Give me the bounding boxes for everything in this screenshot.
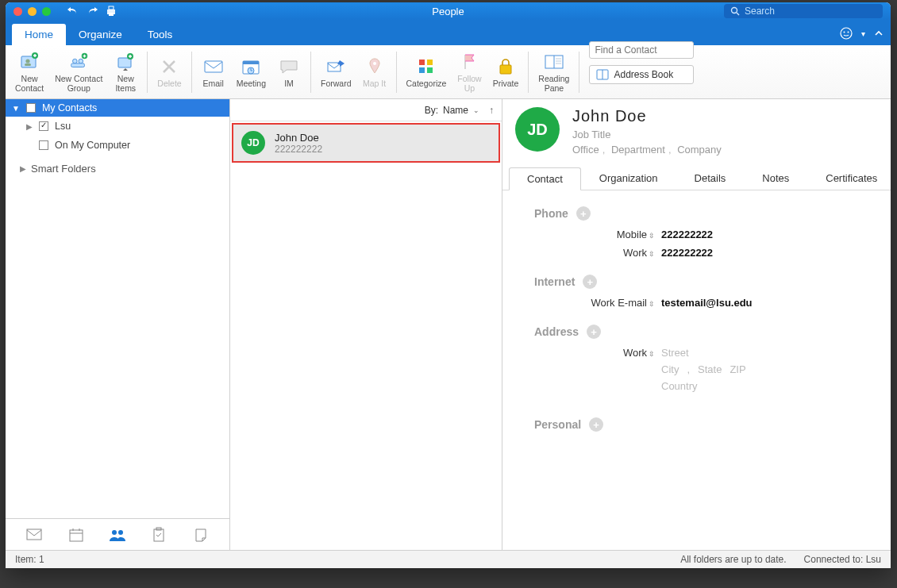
contact-list-item[interactable]: JD John Doe 222222222: [232, 123, 500, 163]
svg-rect-24: [419, 60, 425, 65]
categorize-button[interactable]: Categorize: [402, 48, 452, 96]
svg-line-4: [737, 13, 739, 15]
zip-placeholder[interactable]: ZIP: [730, 363, 745, 375]
sort-ascending-icon[interactable]: ↑: [489, 105, 494, 116]
forward-icon: [325, 56, 347, 78]
window-controls: [13, 7, 51, 16]
notes-icon[interactable]: [191, 525, 210, 544]
org-placeholders[interactable]: Office, Department, Company: [572, 144, 722, 156]
sidebar-item-label: On My Computer: [55, 140, 130, 151]
svg-rect-27: [427, 67, 433, 73]
tab-certificates[interactable]: Certificates: [807, 167, 891, 190]
add-address-button[interactable]: +: [587, 325, 601, 339]
sidebar-item-on-my-computer[interactable]: On My Computer: [6, 136, 229, 155]
sidebar-item-my-contacts[interactable]: ▼ My Contacts: [6, 99, 229, 117]
work-email-label[interactable]: Work E-mail: [591, 297, 647, 309]
tab-contact[interactable]: Contact: [509, 167, 581, 190]
reading-pane-button[interactable]: Reading Pane: [533, 48, 574, 96]
add-phone-button[interactable]: +: [576, 206, 591, 221]
collapse-ribbon-icon[interactable]: [873, 28, 884, 39]
map-pin-icon: [364, 56, 386, 78]
svg-point-42: [118, 530, 123, 535]
work-email-value[interactable]: testemail@lsu.edu: [661, 297, 753, 309]
state-placeholder[interactable]: State: [698, 363, 722, 375]
svg-point-23: [373, 62, 376, 65]
quick-access-toolbar: [67, 5, 117, 17]
job-title-placeholder[interactable]: Job Title: [572, 129, 722, 140]
svg-rect-1: [109, 6, 114, 10]
redo-icon[interactable]: [86, 6, 98, 17]
work-address-label[interactable]: Work: [623, 347, 647, 359]
country-placeholder[interactable]: Country: [661, 380, 746, 392]
updown-icon[interactable]: ⇳: [649, 250, 653, 258]
tab-details[interactable]: Details: [676, 167, 745, 190]
sidebar-item-label: My Contacts: [42, 102, 97, 113]
minimize-window-button[interactable]: [28, 7, 37, 16]
svg-rect-20: [243, 61, 259, 64]
tab-organization[interactable]: Organization: [581, 167, 676, 190]
new-contact-group-label: New Contact Group: [55, 75, 102, 93]
work-phone-value[interactable]: 222222222: [661, 247, 713, 259]
mobile-label[interactable]: Mobile: [617, 229, 647, 240]
sidebar-item-label: Smart Folders: [31, 163, 96, 175]
follow-up-button[interactable]: Follow Up: [452, 48, 486, 96]
nav-switcher: [6, 518, 229, 550]
map-it-button[interactable]: Map It: [358, 48, 391, 96]
tab-tools[interactable]: Tools: [135, 24, 186, 45]
im-button[interactable]: IM: [272, 48, 306, 96]
new-contact-group-button[interactable]: New Contact Group: [50, 48, 107, 96]
tab-home[interactable]: Home: [12, 24, 66, 45]
print-icon[interactable]: [105, 5, 117, 17]
contact-phone: 222222222: [275, 144, 322, 155]
delete-button[interactable]: Delete: [152, 48, 186, 96]
svg-rect-36: [27, 529, 41, 540]
new-items-label: New Items: [115, 75, 136, 93]
find-contact-input[interactable]: [589, 41, 694, 59]
address-book-button[interactable]: Address Book: [589, 65, 694, 84]
work-phone-label[interactable]: Work: [623, 247, 647, 259]
zoom-window-button[interactable]: [42, 7, 51, 16]
updown-icon[interactable]: ⇳: [649, 300, 653, 308]
sidebar-item-lsu[interactable]: ▶ Lsu: [6, 117, 229, 136]
calendar-icon[interactable]: [67, 525, 86, 544]
tasks-icon[interactable]: [149, 525, 168, 544]
svg-rect-25: [427, 60, 433, 65]
tab-notes[interactable]: Notes: [744, 167, 807, 190]
sidebar-item-smart-folders[interactable]: ▶ Smart Folders: [6, 155, 229, 179]
sort-by-label: By:: [425, 105, 438, 116]
add-personal-button[interactable]: +: [589, 417, 603, 432]
chevron-right-icon: ▶: [26, 122, 33, 131]
new-contact-button[interactable]: New Contact: [10, 48, 48, 96]
list-sort-header[interactable]: By: Name ⌄ ↑: [230, 99, 502, 121]
follow-up-label: Follow Up: [457, 75, 481, 93]
updown-icon[interactable]: ⇳: [649, 350, 653, 358]
close-window-button[interactable]: [13, 7, 22, 16]
mail-icon[interactable]: [25, 525, 44, 544]
city-placeholder[interactable]: City: [661, 363, 679, 375]
checkbox[interactable]: [26, 103, 36, 113]
svg-point-12: [73, 59, 78, 63]
tab-organize[interactable]: Organize: [66, 24, 135, 45]
search-input[interactable]: [745, 6, 876, 17]
private-button[interactable]: Private: [488, 48, 524, 96]
checkbox-checked[interactable]: [39, 121, 48, 131]
meeting-label: Meeting: [237, 79, 266, 89]
checkbox[interactable]: [39, 140, 48, 150]
delete-icon: [158, 56, 180, 78]
undo-icon[interactable]: [67, 6, 79, 17]
svg-point-9: [25, 59, 29, 63]
email-button[interactable]: Email: [197, 48, 230, 96]
mobile-value[interactable]: 222222222: [661, 229, 713, 240]
contact-name: John Doe: [275, 132, 322, 144]
feedback-icon[interactable]: [839, 26, 853, 40]
im-label: IM: [284, 79, 294, 89]
people-icon[interactable]: [108, 525, 127, 544]
sidebar: ▼ My Contacts ▶ Lsu On My Computer ▶ Sma…: [6, 99, 230, 550]
search-box[interactable]: [724, 4, 883, 18]
street-placeholder[interactable]: Street: [661, 347, 746, 359]
new-items-button[interactable]: New Items: [109, 48, 142, 96]
updown-icon[interactable]: ⇳: [649, 232, 653, 240]
meeting-button[interactable]: Meeting: [232, 48, 271, 96]
forward-button[interactable]: Forward: [316, 48, 356, 96]
add-internet-button[interactable]: +: [583, 275, 597, 289]
